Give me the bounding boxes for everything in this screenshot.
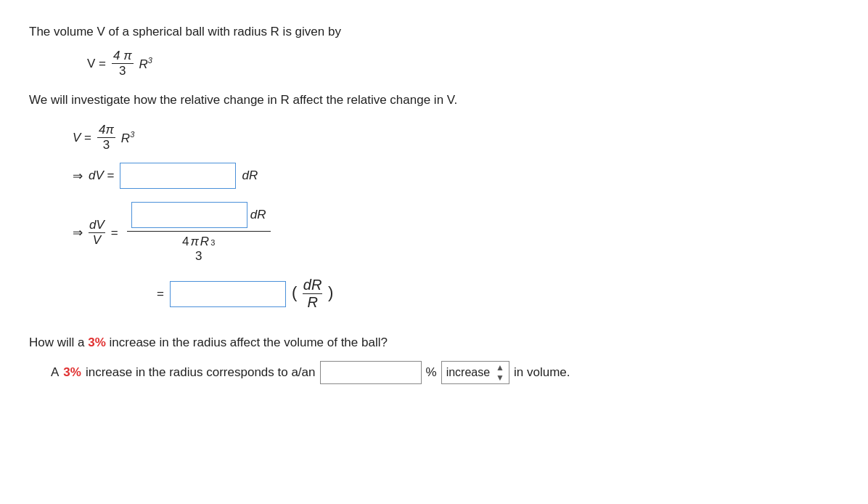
dv-arrow: ⇒ <box>73 168 83 184</box>
work-area: V = 4π 3 R3 ⇒ dV = dR ⇒ dV V = dR <box>73 123 839 311</box>
dvV-equals: = <box>111 226 118 240</box>
answer-line: A 3% increase in the radius corresponds … <box>51 361 839 384</box>
dropdown-arrow-icon: ▲▼ <box>496 362 504 383</box>
dvV-den: V <box>92 233 102 248</box>
dropdown-value: increase <box>446 366 490 379</box>
dvV-line: ⇒ dV V = dR 4πR3 3 <box>73 199 839 267</box>
main-power: R3 <box>139 56 152 72</box>
work-numerator: 4π <box>97 123 115 138</box>
work-v-label: V = <box>73 131 91 145</box>
answer-middle: increase in the radius corresponds to a/… <box>86 365 316 380</box>
work-power: R3 <box>121 130 134 146</box>
main-denominator: 3 <box>118 64 127 78</box>
question-line1: How will a 3% increase in the radius aff… <box>29 333 839 354</box>
dR-over-R-num: dR <box>303 277 323 294</box>
dvV-input[interactable] <box>131 202 247 228</box>
equals-input[interactable] <box>170 281 286 307</box>
dR-label: dR <box>242 168 258 183</box>
equals-sign: = <box>157 287 164 301</box>
percent-sign: % <box>426 365 437 380</box>
big-fraction: dR 4πR3 3 <box>127 199 271 267</box>
main-formula: V = 4 π 3 R3 <box>87 49 839 78</box>
big-fraction-den: 4πR3 3 <box>178 232 219 267</box>
work-formula-line: V = 4π 3 R3 <box>73 123 839 153</box>
dvV-fraction: dV V <box>89 218 105 248</box>
big-fraction-num: dR <box>127 199 271 232</box>
dv-label: dV = <box>89 168 114 183</box>
answer-input[interactable] <box>320 361 422 384</box>
dR-over-R-den: R <box>306 294 318 311</box>
dR-over-R: dR R <box>303 277 323 311</box>
dv-line: ⇒ dV = dR <box>73 163 839 189</box>
intro-line1: The volume V of a spherical ball with ra… <box>29 22 839 41</box>
den-formula: 4πR3 3 <box>182 235 215 264</box>
work-denominator: 3 <box>102 138 111 153</box>
answer-prefix: A <box>51 365 59 380</box>
main-numerator: 4 π <box>112 49 134 64</box>
work-fraction: 4π 3 <box>97 123 115 153</box>
main-fraction: 4 π 3 <box>112 49 134 78</box>
v-equals-label: V = <box>87 57 106 71</box>
big-dR-label: dR <box>250 208 266 222</box>
q-percent-highlight: 3% <box>88 336 106 349</box>
dvV-num: dV <box>89 218 105 233</box>
paren-expr: ( dR R ) <box>292 277 333 311</box>
increase-decrease-dropdown[interactable]: increase ▲▼ <box>441 361 509 384</box>
question-section: How will a 3% increase in the radius aff… <box>29 333 839 384</box>
in-volume-label: in volume. <box>514 365 570 380</box>
answer-percent-highlight: 3% <box>63 365 81 380</box>
dv-input[interactable] <box>120 163 236 189</box>
dvV-arrow: ⇒ <box>73 225 83 240</box>
investigate-line: We will investigate how the relative cha… <box>29 90 839 110</box>
equals-line: = ( dR R ) <box>157 277 839 311</box>
